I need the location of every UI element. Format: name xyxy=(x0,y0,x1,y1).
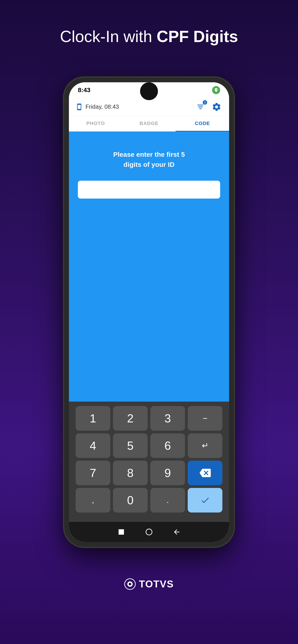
key-2[interactable]: 2 xyxy=(113,406,148,431)
phone-shell: 8:43 Friday, 08:43 xyxy=(64,77,234,547)
key-1[interactable]: 1 xyxy=(76,406,110,431)
location-icon xyxy=(212,86,220,94)
key-0[interactable]: 0 xyxy=(113,488,148,512)
tabs: PHOTO BADGE CODE xyxy=(69,116,229,132)
app-date: Friday, 08:43 xyxy=(86,103,119,110)
key-4[interactable]: 4 xyxy=(76,433,110,458)
settings-button[interactable] xyxy=(211,101,222,113)
keyboard-row-3: 7 8 9 xyxy=(72,461,226,485)
id-input[interactable] xyxy=(78,181,220,198)
badge-count: 0 xyxy=(203,100,207,105)
phone-screen: 8:43 Friday, 08:43 xyxy=(69,82,229,542)
notifications-button[interactable]: 0 xyxy=(195,101,206,113)
totvs-brand-name: TOTVS xyxy=(139,578,174,590)
key-dot[interactable]: . xyxy=(150,488,185,512)
nav-home-button[interactable] xyxy=(144,527,154,537)
page-title: Clock-In with CPF Digits xyxy=(60,27,238,46)
main-content: Please enter the first 5digits of your I… xyxy=(69,132,229,402)
totvs-logo: TOTVS xyxy=(124,578,174,590)
app-header-left: Friday, 08:43 xyxy=(76,103,119,110)
key-3[interactable]: 3 xyxy=(150,406,185,431)
tab-badge[interactable]: BADGE xyxy=(122,116,176,132)
totvs-logo-icon xyxy=(124,578,136,590)
app-header: Friday, 08:43 0 xyxy=(69,98,229,116)
status-time: 8:43 xyxy=(78,86,90,94)
svg-point-4 xyxy=(129,583,131,586)
numeric-keyboard: 1 2 3 − 4 5 6 ↵ 7 8 9 xyxy=(69,402,229,522)
keyboard-row-1: 1 2 3 − xyxy=(72,406,226,431)
bottom-nav xyxy=(69,522,229,542)
key-7[interactable]: 7 xyxy=(76,461,110,485)
key-5[interactable]: 5 xyxy=(113,433,148,458)
keyboard-row-4: , 0 . xyxy=(72,488,226,512)
tab-code[interactable]: CODE xyxy=(176,116,229,132)
key-confirm[interactable] xyxy=(188,488,222,512)
phone-mockup: 8:43 Friday, 08:43 xyxy=(64,77,234,569)
status-icons xyxy=(212,86,220,94)
nav-stop-button[interactable] xyxy=(116,527,126,537)
totvs-footer: TOTVS xyxy=(124,578,174,590)
phone-notch xyxy=(140,82,158,100)
key-6[interactable]: 6 xyxy=(150,433,185,458)
key-9[interactable]: 9 xyxy=(150,461,185,485)
key-8[interactable]: 8 xyxy=(113,461,148,485)
keyboard-row-2: 4 5 6 ↵ xyxy=(72,433,226,458)
key-minus[interactable]: − xyxy=(188,406,222,431)
app-header-right: 0 xyxy=(195,101,222,113)
nav-back-button[interactable] xyxy=(172,527,182,537)
svg-point-1 xyxy=(146,529,152,535)
key-comma[interactable]: , xyxy=(76,488,110,512)
key-backspace[interactable] xyxy=(188,461,222,485)
instruction-text: Please enter the first 5digits of your I… xyxy=(113,149,185,170)
key-enter[interactable]: ↵ xyxy=(188,433,222,458)
svg-rect-0 xyxy=(119,529,124,535)
tab-photo[interactable]: PHOTO xyxy=(69,116,122,132)
mobile-icon xyxy=(76,103,83,110)
